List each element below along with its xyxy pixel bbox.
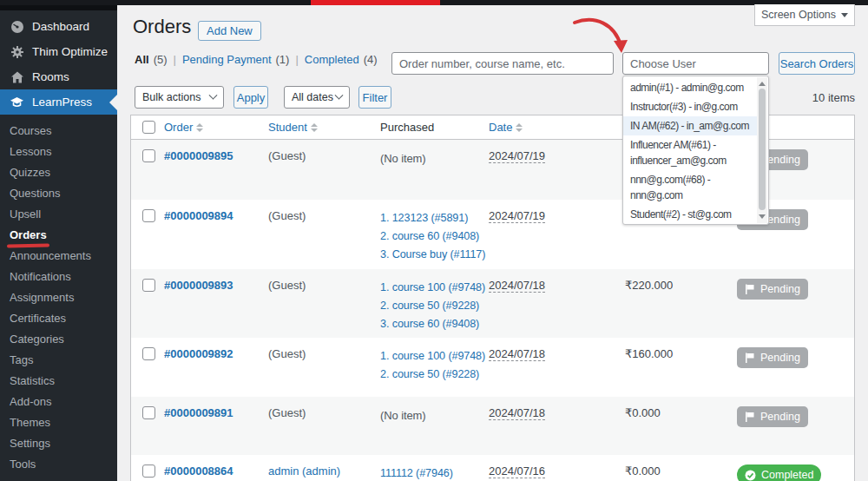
sidebar-item-categories[interactable]: Categories	[0, 329, 117, 350]
sidebar-item-questions[interactable]: Questions	[0, 183, 117, 204]
bulk-actions-select[interactable]: Bulk actions	[135, 86, 224, 109]
sidebar-item-label: LearnPress	[32, 96, 92, 109]
sidebar-item-announcements[interactable]: Announcements	[0, 246, 117, 267]
view-pending-link[interactable]: Pending Payment	[182, 53, 272, 66]
purchased-item-link[interactable]: 2. course 50 (#9228)	[380, 297, 489, 315]
choose-user-input[interactable]	[622, 52, 769, 75]
admin-sidebar: Dashboard Thim Optimize Rooms LearnPress	[0, 0, 117, 481]
sidebar-item-notifications[interactable]: Notifications	[0, 267, 117, 287]
admin-menu: Dashboard Thim Optimize Rooms LearnPress	[0, 14, 117, 475]
scroll-down-icon[interactable]	[759, 214, 766, 219]
order-total: ₹0.000	[625, 465, 661, 478]
sidebar-item-quizzes[interactable]: Quizzes	[0, 162, 117, 183]
submenu-label: Assignments	[10, 291, 74, 304]
order-link[interactable]: #0000009893	[164, 279, 233, 292]
sidebar-item-orders[interactable]: Orders	[0, 225, 117, 246]
column-header-date[interactable]: Date	[489, 121, 625, 134]
select-all-checkbox[interactable]	[142, 121, 155, 134]
order-link[interactable]: #0000009891	[164, 406, 233, 419]
order-link[interactable]: #0000009894	[164, 209, 233, 222]
view-all-link[interactable]: All	[135, 53, 149, 66]
row-checkbox[interactable]	[142, 347, 155, 360]
student-name: (Guest)	[268, 406, 306, 419]
order-date: 2024/07/18	[489, 406, 545, 420]
column-header-student[interactable]: Student	[268, 121, 380, 134]
graduation-cap-icon	[10, 95, 24, 109]
sidebar-item-certificates[interactable]: Certificates	[0, 308, 117, 329]
purchased-item-link[interactable]: 1. course 100 (#9748)	[380, 279, 489, 297]
active-menu-arrow	[109, 95, 117, 110]
choose-user-dropdown: admin(#1) - admin@g.com Instructor(#3) -…	[622, 76, 769, 225]
status-badge-pending: Pending	[737, 406, 808, 427]
chevron-down-icon	[335, 90, 344, 99]
user-option[interactable]: Student(#2) - st@g.com	[623, 205, 757, 224]
order-link[interactable]: #0000008864	[164, 465, 233, 478]
scrollbar-thumb[interactable]	[759, 89, 766, 210]
scroll-up-icon[interactable]	[759, 82, 766, 86]
sidebar-item-rooms[interactable]: Rooms	[0, 64, 117, 89]
user-option[interactable]: Influencer AM(#61) - influencer_am@g.com	[623, 135, 757, 170]
apply-button[interactable]: Apply	[233, 86, 268, 109]
row-checkbox-cell	[131, 140, 164, 200]
bulk-actions-label: Bulk actions	[142, 91, 201, 103]
order-date: 2024/07/16	[489, 465, 545, 478]
submenu-label: Lessons	[10, 145, 51, 158]
screen-options-button[interactable]: Screen Options	[754, 4, 855, 26]
user-option[interactable]: Instructor(#3) - in@g.com	[623, 97, 757, 116]
student-name: (Guest)	[268, 347, 306, 360]
submenu-label: Notifications	[10, 270, 71, 283]
sidebar-item-statistics[interactable]: Statistics	[0, 371, 117, 392]
purchased-item-link[interactable]: 111112 (#7946)	[380, 465, 489, 481]
order-total: ₹0.000	[625, 406, 661, 419]
user-option[interactable]: admin(#1) - admin@g.com	[623, 78, 757, 97]
status-badge-pending: Pending	[737, 279, 808, 300]
row-checkbox[interactable]	[142, 209, 155, 222]
purchased-item-link[interactable]: 1. course 100 (#9748)	[380, 347, 489, 366]
page-title: Orders	[133, 16, 191, 38]
sidebar-item-add-ons[interactable]: Add-ons	[0, 392, 117, 412]
submenu-label: Upsell	[10, 208, 41, 221]
view-completed-link[interactable]: Completed	[305, 53, 359, 66]
sidebar-item-settings[interactable]: Settings	[0, 433, 117, 454]
table-row: #0000009891 (Guest) (No item) 2024/07/18…	[131, 397, 854, 455]
row-checkbox[interactable]	[142, 406, 155, 419]
table-row: #0000009893 (Guest) 1. course 100 (#9748…	[131, 269, 854, 338]
user-option[interactable]: nnn@g.com(#68) - nnn@g.com	[623, 170, 757, 205]
sidebar-item-assignments[interactable]: Assignments	[0, 287, 117, 308]
purchased-item-link[interactable]: 2. course 60 (#9408)	[380, 227, 489, 246]
purchased-item: (No item)	[380, 406, 489, 425]
submenu-label: Statistics	[10, 374, 55, 387]
chevron-down-icon	[841, 13, 848, 17]
purchased-item-link[interactable]: 1. 123123 (#5891)	[380, 209, 489, 227]
user-option-highlighted[interactable]: IN AM(#62) - in_am@g.com	[623, 116, 757, 135]
separator: |	[174, 53, 176, 66]
row-checkbox[interactable]	[142, 465, 155, 478]
purchased-item-link[interactable]: 3. course 60 (#9408)	[380, 315, 489, 333]
orders-admin-page: Dashboard Thim Optimize Rooms LearnPress	[0, 0, 868, 481]
row-checkbox-cell	[131, 338, 164, 397]
sidebar-item-themes[interactable]: Themes	[0, 412, 117, 433]
sort-icon	[196, 123, 203, 132]
row-checkbox[interactable]	[142, 149, 155, 162]
add-new-button[interactable]: Add New	[198, 21, 261, 41]
filter-button[interactable]: Filter	[358, 86, 391, 109]
column-header-order[interactable]: Order	[164, 121, 268, 134]
order-link[interactable]: #0000009892	[164, 347, 233, 360]
search-orders-button[interactable]: Search Orders	[779, 52, 855, 75]
sidebar-item-learnpress[interactable]: LearnPress	[0, 89, 117, 115]
purchased-item-link[interactable]: 3. Course buy (#1117)	[380, 246, 489, 264]
sidebar-item-lessons[interactable]: Lessons	[0, 142, 117, 162]
sidebar-item-thim-optimize[interactable]: Thim Optimize	[0, 39, 117, 64]
flag-icon	[745, 284, 755, 294]
purchased-item-link[interactable]: 2. course 50 (#9228)	[380, 366, 489, 384]
order-link[interactable]: #0000009895	[164, 149, 233, 162]
student-link[interactable]: admin (admin)	[268, 465, 340, 478]
sidebar-item-dashboard[interactable]: Dashboard	[0, 14, 117, 39]
dates-select[interactable]: All dates	[284, 86, 350, 109]
sidebar-item-courses[interactable]: Courses	[0, 121, 117, 142]
sidebar-item-tags[interactable]: Tags	[0, 350, 117, 371]
row-checkbox[interactable]	[142, 279, 155, 292]
dropdown-scrollbar[interactable]	[757, 77, 767, 223]
sidebar-item-tools[interactable]: Tools	[0, 454, 117, 475]
sidebar-item-upsell[interactable]: Upsell	[0, 204, 117, 225]
